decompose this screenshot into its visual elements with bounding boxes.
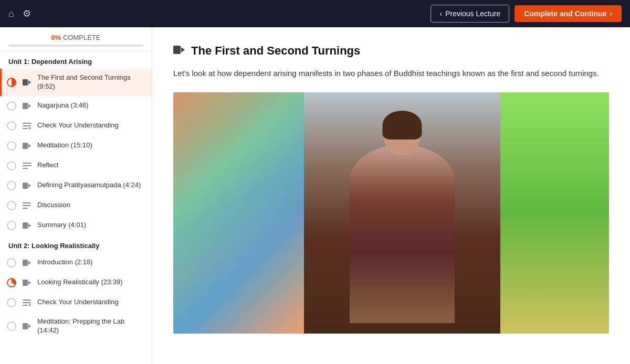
video-icon-8 — [22, 321, 32, 331]
nav-left: ⌂ ⚙ — [8, 8, 31, 19]
nav-right: ‹ Previous Lecture Complete and Continue… — [430, 5, 622, 23]
svg-marker-24 — [28, 281, 31, 285]
item-label-intro: Introduction (2:18) — [37, 258, 144, 267]
lecture-title: The First and Second Turnings — [191, 44, 360, 58]
prev-chevron-icon: ‹ — [439, 9, 442, 18]
svg-rect-25 — [23, 299, 31, 301]
sidebar-item-first-second[interactable]: The First and Second Turnings (9:52) — [0, 69, 152, 96]
sidebar-item-discussion[interactable]: Discussion — [0, 196, 152, 216]
status-circle-7 — [7, 221, 16, 230]
svg-rect-5 — [23, 125, 31, 126]
video-icon-5 — [22, 220, 32, 231]
quiz-icon-2 — [22, 297, 32, 308]
item-label-looking: Looking Realistically (23:39) — [37, 278, 144, 287]
status-circle-partial — [7, 278, 16, 287]
complete-continue-button[interactable]: Complete and Continue › — [514, 5, 622, 22]
item-label-nagarjuna: Nagarjuna (3:46) — [37, 101, 144, 110]
sidebar: 0% COMPLETE Unit 1: Dependent Arising Th… — [0, 27, 152, 364]
svg-rect-19 — [23, 222, 28, 229]
play-icon-svg — [23, 79, 31, 85]
sidebar-item-check2[interactable]: Check Your Understanding — [0, 293, 152, 313]
svg-rect-2 — [23, 103, 28, 109]
svg-rect-13 — [23, 168, 28, 169]
sidebar-item-nagarjuna[interactable]: Nagarjuna (3:46) — [0, 96, 152, 116]
video-icon-2 — [22, 101, 32, 111]
svg-marker-33 — [181, 47, 185, 52]
main-content: The First and Second Turnings Let's look… — [152, 27, 630, 364]
svg-rect-23 — [23, 280, 28, 286]
video-thumbnail — [173, 92, 609, 334]
video-icon-6 — [22, 258, 32, 268]
svg-marker-10 — [28, 144, 31, 148]
progress-track — [8, 45, 143, 47]
status-circle-5 — [7, 181, 16, 190]
item-label-discussion: Discussion — [37, 201, 144, 210]
video-icon-4 — [22, 180, 32, 191]
sidebar-item-reflect[interactable]: Reflect — [0, 156, 152, 176]
svg-marker-3 — [28, 104, 31, 108]
svg-rect-6 — [23, 128, 28, 129]
video-icon-7 — [22, 277, 32, 288]
previous-lecture-label: Previous Lecture — [445, 9, 500, 18]
status-circle-9 — [7, 298, 16, 307]
lecture-description: Let's look at how dependent arising mani… — [173, 67, 604, 80]
main-layout: 0% COMPLETE Unit 1: Dependent Arising Th… — [0, 27, 630, 364]
status-half-circle — [7, 78, 16, 87]
art-left — [173, 92, 304, 334]
top-nav: ⌂ ⚙ ‹ Previous Lecture Complete and Cont… — [0, 0, 630, 27]
item-label-check2: Check Your Understanding — [37, 298, 144, 307]
svg-rect-4 — [23, 123, 31, 124]
svg-rect-26 — [23, 302, 31, 303]
settings-icon[interactable]: ⚙ — [23, 8, 31, 19]
person-area — [304, 92, 500, 334]
lecture-video-icon — [173, 46, 185, 57]
previous-lecture-button[interactable]: ‹ Previous Lecture — [430, 5, 509, 23]
unit-1-heading: Unit 1: Dependent Arising — [0, 51, 152, 69]
item-label-defining: Defining Pratityasamutpada (4:24) — [37, 181, 144, 190]
item-label-check1: Check Your Understanding — [37, 121, 144, 130]
next-chevron-icon: › — [610, 9, 612, 18]
progress-percent: 0% — [51, 34, 61, 41]
text-icon — [22, 160, 32, 171]
sidebar-item-summary[interactable]: Summary (4:01) — [0, 216, 152, 235]
progress-text: 0% COMPLETE — [8, 34, 143, 41]
svg-rect-0 — [23, 79, 28, 85]
sidebar-item-meditation2[interactable]: Meditation: Prepping the Lab (14:42) — [0, 313, 152, 340]
svg-marker-22 — [28, 261, 31, 265]
status-circle-6 — [7, 201, 16, 210]
video-content — [173, 92, 609, 334]
sidebar-item-intro[interactable]: Introduction (2:18) — [0, 253, 152, 273]
sidebar-item-looking[interactable]: Looking Realistically (23:39) — [0, 273, 152, 293]
sidebar-item-meditation[interactable]: Meditation (15:10) — [0, 136, 152, 156]
svg-rect-11 — [23, 163, 31, 164]
item-label-meditation: Meditation (15:10) — [37, 141, 144, 150]
item-label-first-second: The First and Second Turnings (9:52) — [37, 73, 144, 91]
home-icon[interactable]: ⌂ — [8, 8, 14, 19]
status-circle-3 — [7, 141, 16, 151]
sidebar-item-check1[interactable]: Check Your Understanding — [0, 116, 152, 136]
svg-marker-15 — [28, 184, 31, 188]
complete-continue-label: Complete and Continue — [524, 9, 606, 18]
svg-rect-30 — [23, 323, 28, 329]
svg-marker-31 — [28, 324, 31, 328]
unit-2-heading: Unit 2: Looking Realistically — [0, 235, 152, 253]
status-circle-10 — [7, 322, 16, 331]
video-icon-3 — [22, 141, 32, 151]
svg-rect-21 — [23, 260, 28, 266]
video-player[interactable] — [173, 92, 609, 334]
svg-rect-9 — [23, 143, 28, 149]
svg-rect-32 — [173, 46, 181, 54]
discussion-icon — [22, 200, 32, 211]
status-circle-4 — [7, 161, 16, 170]
svg-marker-1 — [28, 80, 31, 84]
svg-rect-14 — [23, 183, 28, 189]
svg-marker-20 — [28, 223, 31, 228]
quiz-icon — [22, 121, 32, 131]
svg-rect-16 — [23, 202, 31, 204]
item-label-summary: Summary (4:01) — [37, 221, 144, 230]
sidebar-item-defining[interactable]: Defining Pratityasamutpada (4:24) — [0, 176, 152, 196]
svg-rect-18 — [23, 208, 28, 209]
person-silhouette — [350, 145, 455, 323]
status-circle — [7, 101, 16, 111]
svg-rect-12 — [23, 165, 31, 166]
